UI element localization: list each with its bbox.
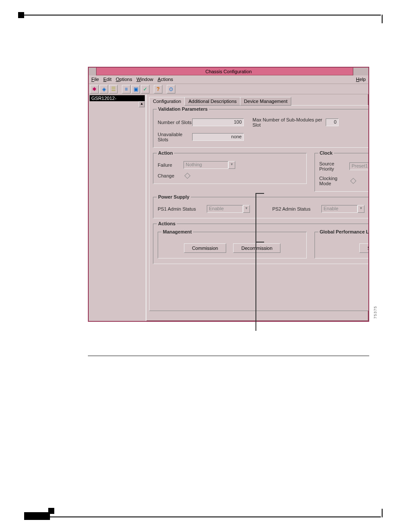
tree-scroll-up[interactable]: ▲	[139, 101, 145, 107]
combo-ps1-value: Enable	[207, 205, 243, 213]
legend-logging: Global Performance Logging	[318, 229, 369, 234]
group-validation-parameters: Validation Parameters Number of Slots 10…	[153, 109, 369, 148]
toolbar-btn-5[interactable]: ▣	[131, 85, 140, 93]
tab-strip: Configuration Additional Descriptions De…	[149, 97, 369, 106]
label-source-priority: Source Priority	[319, 161, 349, 171]
combo-ps1-admin-status[interactable]: Enable ▼	[207, 205, 250, 213]
combo-ps2-value: Enable	[321, 205, 358, 213]
combo-source-priority-value: Preset1	[349, 162, 369, 170]
dropdown-icon: ▼	[243, 205, 250, 213]
tab-body: Validation Parameters Number of Slots 10…	[149, 105, 369, 311]
system-menu-button[interactable]	[89, 68, 97, 75]
toolbar-btn-8[interactable]: ⊙	[167, 85, 175, 93]
window-controls[interactable]	[353, 68, 368, 75]
label-failure: Failure	[158, 162, 184, 168]
menu-help[interactable]: Help	[356, 77, 366, 82]
toolbar-btn-1[interactable]: ✱	[90, 85, 99, 93]
combo-failure[interactable]: Nothing ▼	[184, 161, 235, 169]
radio-change[interactable]	[184, 173, 190, 179]
combo-failure-value: Nothing	[184, 161, 228, 169]
group-actions: Actions Management Commission Decommissi…	[153, 224, 369, 264]
label-unavailable-slots: Unavailable Slots	[158, 132, 192, 142]
titlebar: Chassis Configuration	[89, 68, 368, 75]
tab-configuration[interactable]: Configuration	[149, 97, 185, 106]
field-max-sub-modules[interactable]: 0	[326, 118, 339, 126]
dropdown-icon: ▼	[228, 161, 235, 169]
label-max-sub-modules: Max Number of Sub-Modules per Slot	[252, 117, 326, 128]
annotation-line	[255, 242, 264, 243]
toolbar: ✱ ◈ ☰ ≡ ▣ ✓ ? ⊙	[89, 84, 368, 94]
window-title: Chassis Configuration	[206, 69, 252, 74]
dropdown-icon: ▼	[358, 205, 364, 213]
tree-item-gsr[interactable]: GSR12012-	[90, 95, 145, 101]
figure-id: 75375	[373, 306, 377, 319]
toolbar-btn-3[interactable]: ☰	[109, 85, 118, 93]
field-unavailable-slots[interactable]: none	[192, 133, 244, 141]
label-change: Change	[158, 173, 184, 178]
label-clocking-mode: Clocking Mode	[319, 176, 349, 186]
legend-management: Management	[162, 229, 193, 234]
combo-source-priority[interactable]: Preset1 ▼	[349, 162, 369, 170]
menu-options[interactable]: Options	[116, 77, 132, 82]
tab-device-management[interactable]: Device Management	[240, 97, 291, 106]
tree-pane: GSR12012- ▲	[89, 94, 146, 321]
group-action: Action Failure Nothing ▼ Change	[153, 153, 307, 184]
legend-actions: Actions	[157, 221, 177, 226]
group-management: Management Commission Decommission	[158, 232, 307, 258]
menu-window[interactable]: Window	[137, 77, 153, 82]
menubar: File Edit Options Window Actions Help	[89, 75, 368, 84]
radio-clocking-mode[interactable]	[350, 178, 356, 184]
label-ps1-admin-status: PS1 Admin Status	[158, 206, 196, 212]
combo-ps2-admin-status[interactable]: Enable ▼	[321, 205, 364, 213]
annotation-line	[255, 193, 256, 331]
legend-power-supply: Power Supply	[157, 194, 191, 199]
toolbar-btn-6[interactable]: ✓	[141, 85, 149, 93]
decommission-button[interactable]: Decommission	[233, 243, 280, 253]
label-ps2-admin-status: PS2 Admin Status	[272, 206, 311, 212]
figure-separator	[88, 355, 369, 356]
annotation-line	[255, 193, 264, 194]
legend-action: Action	[157, 150, 174, 156]
field-number-of-slots[interactable]: 100	[192, 118, 244, 126]
tab-additional-descriptions[interactable]: Additional Descriptions	[184, 97, 240, 106]
label-number-of-slots: Number of Slots	[158, 120, 192, 125]
menu-actions[interactable]: Actions	[158, 77, 173, 82]
legend-validation: Validation Parameters	[157, 106, 209, 112]
toolbar-btn-help[interactable]: ?	[154, 85, 162, 93]
group-global-performance-logging: Global Performance Logging Start Stop	[314, 232, 369, 258]
start-button[interactable]: Start	[359, 243, 369, 253]
toolbar-btn-4[interactable]: ≡	[122, 85, 131, 93]
commission-button[interactable]: Commission	[184, 243, 227, 253]
group-clock: Clock Source Priority Preset1 ▼ Clocking…	[314, 153, 369, 192]
toolbar-btn-2[interactable]: ◈	[100, 85, 108, 93]
app-window: Chassis Configuration File Edit Options …	[88, 67, 369, 322]
legend-clock: Clock	[318, 150, 334, 156]
menu-file[interactable]: File	[91, 77, 99, 82]
menu-edit[interactable]: Edit	[103, 77, 112, 82]
group-power-supply: Power Supply PS1 Admin Status Enable ▼ P…	[153, 197, 369, 218]
